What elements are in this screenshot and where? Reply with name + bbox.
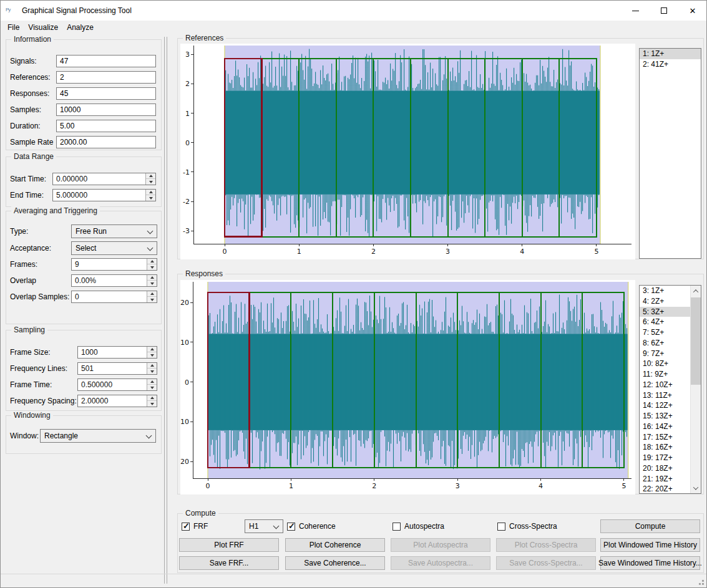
list-item[interactable]: 16: 14Z+ bbox=[640, 422, 690, 432]
cross-spectra-checkbox[interactable]: ✓ bbox=[497, 523, 505, 531]
frame-size-stepper[interactable]: 1000 bbox=[77, 346, 157, 359]
list-item[interactable]: 6: 4Z+ bbox=[640, 317, 690, 327]
frequency-lines-up-button[interactable] bbox=[147, 363, 157, 369]
overlap-samples-up-button[interactable] bbox=[147, 291, 157, 297]
list-item[interactable]: 5: 3Z+ bbox=[640, 307, 690, 317]
plot-windowed-time-history-button[interactable]: Plot Windowed Time History bbox=[600, 538, 700, 552]
end-time-up-button[interactable] bbox=[146, 190, 155, 195]
frame-time-stepper[interactable]: 0.500000 bbox=[77, 378, 157, 391]
acceptance-combo[interactable]: Select bbox=[71, 241, 157, 255]
frequency-lines-stepper[interactable]: 501 bbox=[77, 362, 157, 375]
references-listbox[interactable]: 1: 1Z+2: 41Z+ bbox=[639, 48, 701, 259]
frames-stepper[interactable]: 9 bbox=[71, 258, 157, 271]
frequency-spacing-up-button[interactable] bbox=[147, 395, 157, 401]
end-time-stepper[interactable]: 5.000000 bbox=[52, 189, 156, 201]
list-item[interactable]: 7: 5Z+ bbox=[640, 327, 690, 338]
start-time-up-button[interactable] bbox=[146, 173, 155, 179]
plot-coherence-button[interactable]: Plot Coherence bbox=[285, 538, 385, 552]
list-item[interactable]: 15: 13Z+ bbox=[640, 411, 690, 422]
list-item[interactable]: 13: 11Z+ bbox=[640, 390, 690, 401]
overlap-samples-down-button[interactable] bbox=[147, 297, 157, 302]
list-item[interactable]: 22: 20Z+ bbox=[640, 484, 690, 493]
overlap-samples-stepper[interactable]: 0 bbox=[71, 291, 157, 303]
start-time-value[interactable]: 0.000000 bbox=[53, 173, 145, 185]
panel-splitter[interactable] bbox=[164, 37, 167, 584]
frames-down-button[interactable] bbox=[147, 264, 157, 270]
autospectra-checkbox-row[interactable]: ✓ Autospectra bbox=[393, 521, 444, 531]
list-item[interactable]: 20: 18Z+ bbox=[640, 463, 690, 474]
signals-field[interactable]: 47 bbox=[56, 55, 156, 67]
list-item[interactable]: 10: 8Z+ bbox=[640, 359, 690, 369]
frame-size-down-button[interactable] bbox=[147, 352, 157, 358]
resize-grip-icon[interactable] bbox=[698, 579, 704, 585]
frequency-lines-down-button[interactable] bbox=[147, 369, 157, 374]
list-item[interactable]: 21: 19Z+ bbox=[640, 474, 690, 484]
end-time-down-button[interactable] bbox=[146, 195, 155, 201]
list-item[interactable]: 18: 16Z+ bbox=[640, 442, 690, 453]
list-item[interactable]: 8: 6Z+ bbox=[640, 338, 690, 349]
save-windowed-time-history-button[interactable]: Save Windowed Time History... bbox=[600, 556, 700, 570]
menu-file[interactable]: File bbox=[3, 21, 24, 34]
frequency-spacing-down-button[interactable] bbox=[147, 401, 157, 407]
data-range-group: Data Range Start Time: 0.000000 End Time… bbox=[6, 157, 162, 207]
list-item[interactable]: 9: 7Z+ bbox=[640, 349, 690, 359]
list-item[interactable]: 11: 9Z+ bbox=[640, 369, 690, 380]
menu-analyze[interactable]: Analyze bbox=[62, 21, 98, 34]
frequency-spacing-value[interactable]: 2.00000 bbox=[78, 395, 146, 407]
start-time-down-button[interactable] bbox=[146, 179, 155, 185]
list-item[interactable]: 1: 1Z+ bbox=[640, 49, 701, 59]
frequency-lines-value[interactable]: 501 bbox=[78, 363, 146, 374]
save-frf-button[interactable]: Save FRF... bbox=[179, 556, 279, 570]
menu-visualize[interactable]: Visualize bbox=[24, 21, 62, 34]
plot-frf-button[interactable]: Plot FRF bbox=[179, 538, 279, 552]
close-button[interactable]: ✕ bbox=[678, 1, 707, 21]
frequency-spacing-stepper[interactable]: 2.00000 bbox=[77, 395, 157, 407]
list-item[interactable]: 17: 15Z+ bbox=[640, 432, 690, 443]
autospectra-checkbox[interactable]: ✓ bbox=[393, 523, 401, 531]
sample-rate-field[interactable]: 2000.00 bbox=[56, 136, 156, 148]
responses-listbox[interactable]: 3: 1Z+4: 2Z+5: 3Z+6: 4Z+7: 5Z+8: 6Z+9: 7… bbox=[639, 285, 701, 494]
coherence-checkbox[interactable]: ✓ bbox=[287, 523, 295, 531]
responses-list-items[interactable]: 3: 1Z+4: 2Z+5: 3Z+6: 4Z+7: 5Z+8: 6Z+9: 7… bbox=[640, 286, 690, 493]
list-item[interactable]: 4: 2Z+ bbox=[640, 296, 690, 307]
window-combo[interactable]: Rectangle bbox=[40, 429, 156, 443]
save-coherence-button[interactable]: Save Coherence... bbox=[285, 556, 385, 570]
responses-scrollbar[interactable] bbox=[690, 286, 701, 493]
end-time-value[interactable]: 5.000000 bbox=[53, 190, 145, 201]
overlap-down-button[interactable] bbox=[147, 281, 157, 286]
frame-time-down-button[interactable] bbox=[147, 385, 157, 390]
compute-button[interactable]: Compute bbox=[600, 519, 700, 533]
minimize-button[interactable] bbox=[621, 1, 650, 21]
maximize-button[interactable] bbox=[650, 1, 678, 21]
list-item[interactable]: 12: 10Z+ bbox=[640, 380, 690, 390]
frames-value[interactable]: 9 bbox=[72, 259, 146, 270]
frame-time-value[interactable]: 0.500000 bbox=[78, 379, 146, 390]
start-time-stepper[interactable]: 0.000000 bbox=[52, 173, 156, 185]
estimator-combo[interactable]: H1 bbox=[245, 519, 283, 533]
samples-field[interactable]: 10000 bbox=[56, 104, 156, 116]
scroll-up-button[interactable] bbox=[691, 286, 701, 296]
frame-size-value[interactable]: 1000 bbox=[78, 347, 146, 358]
overlap-samples-value[interactable]: 0 bbox=[72, 291, 146, 302]
frame-size-up-button[interactable] bbox=[147, 347, 157, 352]
list-item[interactable]: 14: 12Z+ bbox=[640, 400, 690, 411]
overlap-stepper[interactable]: 0.00% bbox=[71, 274, 157, 287]
list-item[interactable]: 2: 41Z+ bbox=[640, 59, 701, 70]
type-combo[interactable]: Free Run bbox=[71, 224, 157, 238]
scroll-down-button[interactable] bbox=[691, 483, 701, 493]
cross-spectra-checkbox-row[interactable]: ✓ Cross-Spectra bbox=[497, 521, 557, 531]
frf-checkbox[interactable]: ✓ bbox=[182, 523, 190, 531]
scrollbar-thumb[interactable] bbox=[691, 297, 701, 385]
responses-count-field[interactable]: 45 bbox=[56, 87, 156, 100]
coherence-checkbox-row[interactable]: ✓ Coherence bbox=[287, 521, 336, 531]
overlap-up-button[interactable] bbox=[147, 275, 157, 281]
list-item[interactable]: 3: 1Z+ bbox=[640, 286, 690, 296]
frf-checkbox-row[interactable]: ✓ FRF bbox=[182, 521, 208, 531]
overlap-value[interactable]: 0.00% bbox=[72, 275, 146, 286]
duration-field[interactable]: 5.00 bbox=[56, 120, 156, 132]
list-item[interactable]: 19: 17Z+ bbox=[640, 453, 690, 463]
title-bar[interactable]: Py Graphical Signal Processing Tool ✕ bbox=[1, 1, 706, 21]
frames-up-button[interactable] bbox=[147, 259, 157, 264]
references-count-field[interactable]: 2 bbox=[56, 71, 156, 84]
frame-time-up-button[interactable] bbox=[147, 379, 157, 385]
